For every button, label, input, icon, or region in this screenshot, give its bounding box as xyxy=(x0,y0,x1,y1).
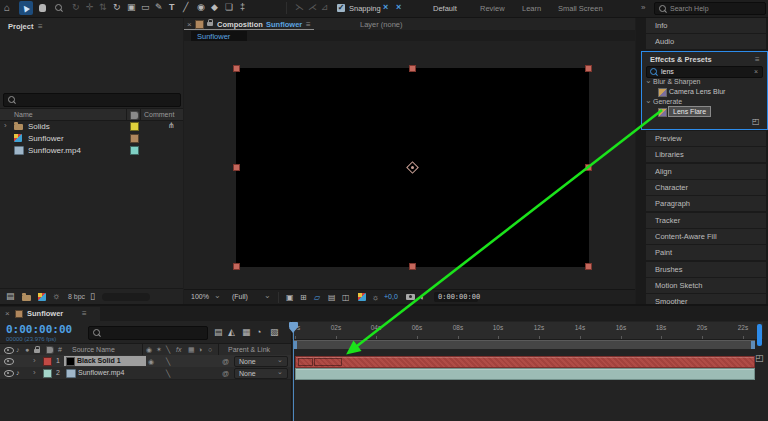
lock-icon[interactable] xyxy=(207,22,213,26)
clone-stamp-tool-icon[interactable]: ◉ xyxy=(197,3,205,12)
timeline-scrollbar[interactable] xyxy=(757,324,762,346)
exposure-value[interactable]: +0,0 xyxy=(384,293,398,300)
pick-whip-icon[interactable]: @ xyxy=(222,370,229,377)
handle-bottom-center[interactable] xyxy=(409,263,416,270)
effect-camera-lens-blur[interactable]: Camera Lens Blur xyxy=(669,88,725,95)
item-name[interactable]: Sunflower.mp4 xyxy=(28,146,81,155)
shy-column-icon[interactable]: ◉ xyxy=(146,346,152,354)
handle-top-center[interactable] xyxy=(409,65,416,72)
comp-tab-comp-name[interactable]: Sunflower xyxy=(266,20,302,29)
new-preset-icon[interactable]: ◰ xyxy=(752,117,760,126)
panel-content-aware-fill[interactable]: Content-Aware Fill xyxy=(646,229,766,244)
panel-motion-sketch[interactable]: Motion Sketch xyxy=(646,278,766,293)
handle-bottom-left[interactable] xyxy=(233,263,240,270)
label-column-icon[interactable] xyxy=(46,346,54,354)
parent-dropdown[interactable]: None ⌄ xyxy=(234,356,288,367)
column-source-name[interactable]: Source Name xyxy=(72,346,115,353)
project-search-box[interactable] xyxy=(3,93,181,107)
rectangle-tool-icon[interactable]: ▭ xyxy=(141,3,150,12)
solo-column-icon[interactable]: ● xyxy=(25,346,29,353)
panel-preview[interactable]: Preview xyxy=(646,131,766,146)
comp-tab-close-icon[interactable]: × xyxy=(187,20,192,29)
orbit-tool-icon[interactable]: ↻ xyxy=(72,3,80,12)
hand-tool-icon[interactable] xyxy=(39,4,46,12)
handle-bottom-right[interactable] xyxy=(585,263,592,270)
snap-option-icon[interactable]: × xyxy=(383,3,388,12)
effects-group-blur[interactable]: Blur & Sharpen xyxy=(653,78,700,85)
layer-label-chip[interactable] xyxy=(43,357,52,366)
layer-visibility-icon[interactable] xyxy=(4,358,14,365)
label-color-chip[interactable] xyxy=(130,146,139,155)
comp-tab-title[interactable]: Composition xyxy=(217,20,263,29)
adjustment-column-icon[interactable]: ○ xyxy=(208,346,212,353)
brush-tool-icon[interactable]: ╱ xyxy=(183,3,188,12)
comp-panel-menu-icon[interactable]: ≡ xyxy=(306,20,311,29)
draft-3d-icon[interactable]: ◭ xyxy=(228,328,235,337)
bit-depth[interactable]: 8 bpc xyxy=(68,293,85,300)
playhead-line[interactable] xyxy=(293,322,294,421)
workspace-learn[interactable]: Learn xyxy=(522,4,541,13)
group-caret-icon[interactable]: ⌄ xyxy=(645,76,652,85)
roto-brush-tool-icon[interactable]: ❏ xyxy=(225,3,233,12)
panel-align[interactable]: Align xyxy=(646,164,766,179)
layer-expand-icon[interactable]: › xyxy=(33,356,36,365)
selection-tool[interactable]: ▶ xyxy=(19,1,33,15)
quality-switch-icon[interactable]: ╲ xyxy=(166,358,170,366)
column-name[interactable]: Name xyxy=(14,111,33,118)
snap-option-2-icon[interactable]: × xyxy=(396,3,401,12)
panel-smoother[interactable]: Smoother xyxy=(646,294,766,304)
project-panel-menu-icon[interactable]: ≡ xyxy=(38,22,43,31)
frame-blend-column-icon[interactable]: ▦ xyxy=(188,346,195,354)
new-composition-icon[interactable] xyxy=(38,293,46,301)
timeline-search-box[interactable] xyxy=(88,326,208,340)
preview-quality-icon[interactable]: ◫ xyxy=(342,293,350,302)
pan-behind-tool-icon[interactable]: ▣ xyxy=(127,3,136,12)
project-settings-icon[interactable]: ☼ xyxy=(52,292,60,301)
panel-tracker[interactable]: Tracker xyxy=(646,213,766,228)
work-area-end-handle[interactable] xyxy=(751,341,755,349)
item-name[interactable]: Solids xyxy=(28,122,50,131)
item-name[interactable]: Sunflower xyxy=(28,134,64,143)
grid-guides-icon[interactable]: ▣ xyxy=(286,293,294,302)
shy-switch-icon[interactable]: ◉ xyxy=(148,358,154,366)
label-column-icon[interactable] xyxy=(130,111,139,120)
project-row-sunflower-comp[interactable]: Sunflower xyxy=(0,132,183,144)
work-area-bar[interactable] xyxy=(293,340,755,349)
pan-camera-tool-icon[interactable]: ✛ xyxy=(86,3,94,12)
trash-icon[interactable]: ▯ xyxy=(90,292,95,301)
panel-info[interactable]: Info xyxy=(646,18,766,33)
fx-column-icon[interactable]: fx xyxy=(176,346,181,353)
panel-audio[interactable]: Audio xyxy=(646,34,766,49)
snapping-checkbox[interactable]: ✓ xyxy=(337,4,345,12)
effects-presets-title[interactable]: Effects & Presets xyxy=(650,55,712,64)
panel-paragraph[interactable]: Paragraph xyxy=(646,196,766,211)
lock-column-icon[interactable] xyxy=(34,349,40,353)
layer-name[interactable]: Sunflower.mp4 xyxy=(78,369,124,376)
comp-button-icon[interactable]: ◰ xyxy=(755,354,764,363)
pen-tool-icon[interactable]: ✎ xyxy=(155,3,163,12)
clear-search-icon[interactable]: × xyxy=(754,68,758,75)
panel-libraries[interactable]: Libraries xyxy=(646,147,766,162)
pick-whip-icon[interactable]: @ xyxy=(222,358,229,365)
layer-visibility-icon[interactable] xyxy=(4,370,14,377)
handle-mid-right[interactable] xyxy=(585,164,592,171)
workspace-review[interactable]: Review xyxy=(480,4,505,13)
comp-timecode-box[interactable]: 0:00:00:00 xyxy=(434,292,478,302)
project-row-sunflower-footage[interactable]: Sunflower.mp4 xyxy=(0,144,183,156)
dolly-tool-icon[interactable]: ⇅ xyxy=(99,3,107,12)
effect-lens-flare-selected[interactable]: Lens Flare xyxy=(668,106,711,117)
parent-dropdown[interactable]: None ⌄ xyxy=(234,368,288,379)
label-color-chip[interactable] xyxy=(130,122,139,131)
workspace-default[interactable]: Default xyxy=(433,4,457,13)
type-tool-icon[interactable]: T xyxy=(169,3,175,12)
timeline-tab-close-icon[interactable]: × xyxy=(5,309,10,318)
motion-blur-column-icon[interactable]: ◑ xyxy=(198,346,202,353)
frame-blending-icon[interactable]: ▦ xyxy=(242,328,251,337)
snapshot-camera-icon[interactable] xyxy=(406,294,415,300)
show-snapshot-icon[interactable]: ◐ xyxy=(420,293,425,302)
label-color-chip[interactable] xyxy=(130,134,139,143)
channel-icon[interactable] xyxy=(358,293,366,301)
workspace-overflow-icon[interactable]: » xyxy=(641,3,645,12)
zoom-level[interactable]: 100% xyxy=(191,293,209,300)
timeline-timecode[interactable]: 0:00:00:00 xyxy=(6,323,72,336)
